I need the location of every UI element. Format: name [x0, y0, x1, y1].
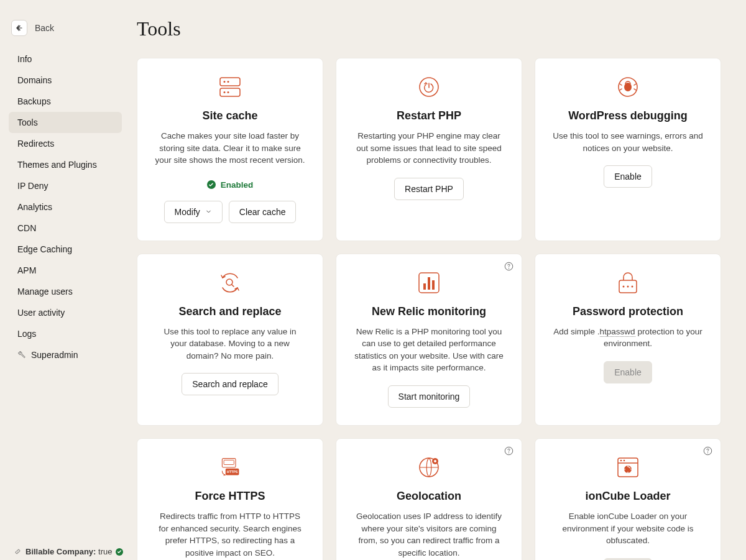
card-site-cache: Site cache Cache makes your site load fa…	[137, 58, 323, 241]
sidebar-nav: Info Domains Backups Tools Redirects The…	[9, 48, 122, 365]
sidebar-item-label: Edge Caching	[17, 244, 72, 254]
card-title: New Relic monitoring	[372, 305, 486, 318]
restart-php-button[interactable]: Restart PHP	[394, 178, 464, 200]
link-icon	[14, 548, 22, 556]
sidebar-item-apm[interactable]: APM	[9, 260, 122, 281]
loader-window-icon	[617, 456, 639, 479]
help-icon[interactable]	[504, 446, 514, 456]
sidebar-item-label: IP Deny	[17, 181, 48, 191]
sidebar-item-label: Info	[17, 54, 32, 64]
page-title: Tools	[137, 17, 721, 40]
svg-point-11	[509, 268, 509, 269]
back-label: Back	[35, 23, 54, 33]
card-title: Search and replace	[178, 305, 281, 318]
sidebar-item-superadmin[interactable]: Superadmin	[9, 344, 122, 365]
sidebar: Back Info Domains Backups Tools Redirect…	[0, 0, 131, 560]
button-label: Modify	[175, 207, 200, 217]
card-desc: Enable ionCube Loader on your environmen…	[553, 510, 703, 547]
https-icon: HTTP HTTPS	[219, 456, 241, 479]
card-desc: Cache makes your site load faster by sto…	[155, 130, 305, 167]
card-new-relic: New Relic monitoring New Relic is a PHP …	[336, 254, 522, 426]
sidebar-item-label: CDN	[17, 223, 36, 233]
svg-point-2	[224, 81, 226, 83]
card-actions: Enable	[604, 361, 652, 383]
wrench-icon	[17, 351, 26, 359]
status-badge: Enabled	[207, 180, 254, 190]
svg-point-17	[623, 285, 625, 287]
enable-button[interactable]: Enable	[604, 165, 652, 188]
card-title: Site cache	[202, 109, 257, 122]
sidebar-item-label: Themes and Plugins	[17, 160, 97, 170]
svg-point-26	[509, 452, 509, 453]
sidebar-item-manage-users[interactable]: Manage users	[9, 281, 122, 302]
search-refresh-icon	[219, 272, 241, 294]
card-actions: Modify Clear cache	[164, 201, 297, 223]
svg-point-5	[228, 91, 229, 93]
sidebar-item-themes-plugins[interactable]: Themes and Plugins	[9, 154, 122, 175]
chevron-down-icon	[205, 208, 212, 215]
modify-button[interactable]: Modify	[164, 201, 223, 223]
sidebar-item-label: Logs	[17, 329, 36, 339]
sidebar-item-tools[interactable]: Tools	[9, 112, 122, 133]
sidebar-item-edge-caching[interactable]: Edge Caching	[9, 239, 122, 260]
card-password-protection: Password protection Add simple .htpasswd…	[535, 254, 721, 426]
sidebar-item-label: Redirects	[17, 139, 54, 149]
svg-point-35	[624, 460, 625, 462]
card-desc: New Relic is a PHP monitoring tool you c…	[354, 326, 504, 374]
svg-point-19	[632, 285, 633, 287]
back-button[interactable]	[11, 20, 27, 36]
card-wp-debugging: WordPress debugging Use this tool to see…	[535, 58, 721, 241]
card-title: WordPress debugging	[568, 109, 688, 122]
sidebar-item-label: Backups	[17, 96, 51, 106]
restart-icon	[418, 76, 440, 98]
svg-text:HTTPS: HTTPS	[227, 470, 238, 474]
svg-rect-0	[220, 78, 240, 86]
svg-rect-1	[220, 88, 240, 96]
start-monitoring-button[interactable]: Start monitoring	[388, 385, 471, 408]
sidebar-item-label: Superadmin	[31, 350, 78, 360]
server-icon	[219, 76, 241, 98]
button-label: Enable	[614, 172, 642, 181]
clear-cache-button[interactable]: Clear cache	[229, 201, 297, 223]
help-icon[interactable]	[504, 262, 514, 272]
card-restart-php: Restart PHP Restarting your PHP engine m…	[336, 58, 522, 241]
sidebar-item-label: Analytics	[17, 202, 52, 212]
button-label: Search and replace	[192, 379, 267, 389]
sidebar-item-info[interactable]: Info	[9, 48, 122, 70]
sidebar-item-cdn[interactable]: CDN	[9, 218, 122, 239]
svg-rect-13	[423, 283, 426, 290]
card-title: Restart PHP	[397, 109, 461, 122]
globe-pin-icon	[418, 456, 440, 479]
help-icon[interactable]	[703, 446, 713, 456]
card-search-replace: Search and replace Use this tool to repl…	[137, 254, 323, 426]
sidebar-item-user-activity[interactable]: User activity	[9, 302, 122, 323]
tools-grid: Site cache Cache makes your site load fa…	[137, 58, 721, 560]
sidebar-item-logs[interactable]: Logs	[9, 323, 122, 344]
svg-rect-14	[428, 277, 430, 290]
card-geolocation: Geolocation Geolocation uses IP address …	[336, 438, 522, 560]
svg-point-34	[620, 460, 622, 462]
card-desc: Redirects traffic from HTTP to HTTPS for…	[155, 510, 305, 559]
card-title: Password protection	[573, 305, 683, 318]
search-replace-button[interactable]: Search and replace	[182, 373, 278, 395]
card-desc: Add simple .htpasswd protection to your …	[553, 326, 703, 350]
button-label: Clear cache	[239, 207, 286, 217]
svg-point-31	[707, 452, 708, 453]
sidebar-item-redirects[interactable]: Redirects	[9, 133, 122, 154]
main-content: Tools Site cache Cache makes your site l…	[137, 0, 746, 560]
billable-company: Billable Company: true	[14, 547, 123, 556]
card-title: ionCube Loader	[585, 490, 670, 503]
sidebar-item-domains[interactable]: Domains	[9, 70, 122, 91]
card-force-https: HTTP HTTPS Force HTTPS Redirects traffic…	[137, 438, 323, 560]
bug-icon	[617, 76, 639, 98]
card-desc: Use this tool to see warnings, errors an…	[553, 130, 703, 154]
chart-icon	[418, 272, 440, 294]
sidebar-item-analytics[interactable]: Analytics	[9, 196, 122, 218]
card-actions: Restart PHP	[394, 178, 464, 200]
sidebar-item-backups[interactable]: Backups	[9, 91, 122, 112]
enable-button: Enable	[604, 558, 652, 560]
svg-point-4	[224, 91, 226, 93]
sidebar-item-label: User activity	[17, 308, 65, 318]
sidebar-item-ip-deny[interactable]: IP Deny	[9, 175, 122, 196]
card-desc: Use this tool to replace any value in yo…	[155, 326, 305, 362]
